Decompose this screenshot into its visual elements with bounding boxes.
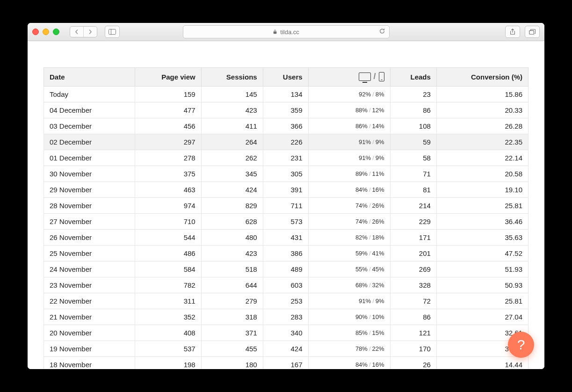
- col-leads[interactable]: Leads: [390, 68, 436, 87]
- cell-device-split: 68%/32%: [308, 277, 390, 293]
- forward-button[interactable]: [83, 27, 97, 37]
- cell-conversion: 19.10: [436, 181, 528, 197]
- cell-device-split: 89%/11%: [308, 166, 390, 181]
- cell-date: 01 December: [44, 150, 135, 166]
- cell-device-split: 91%/9%: [308, 150, 390, 166]
- col-date[interactable]: Date: [44, 68, 135, 87]
- table-row[interactable]: Today15914513492%/8%2315.86: [44, 86, 529, 102]
- table-row[interactable]: 01 December27826223191%/9%5822.14: [44, 150, 529, 166]
- cell-conversion: 35.63: [436, 229, 528, 245]
- table-row[interactable]: 23 November78264460368%/32%32850.93: [44, 277, 529, 293]
- cell-device-split: 84%/16%: [308, 181, 390, 197]
- cell-leads: 72: [390, 293, 436, 309]
- col-page-view[interactable]: Page view: [135, 68, 202, 87]
- cell-device-split: 92%/8%: [308, 86, 390, 102]
- cell-sessions: 264: [201, 134, 263, 150]
- table-row[interactable]: 02 December29726422691%/9%5922.35: [44, 134, 529, 150]
- cell-leads: 229: [390, 213, 436, 229]
- col-sessions[interactable]: Sessions: [201, 68, 263, 87]
- cell-conversion: 26.28: [436, 118, 528, 134]
- cell-leads: 58: [390, 150, 436, 166]
- close-window-button[interactable]: [32, 29, 39, 35]
- cell-leads: 328: [390, 277, 436, 293]
- cell-page-view: 456: [135, 118, 202, 134]
- cell-device-split: 78%/22%: [308, 341, 390, 356]
- cell-page-view: 974: [135, 197, 202, 213]
- col-conversion[interactable]: Conversion (%): [436, 68, 528, 87]
- show-tabs-button[interactable]: [525, 26, 540, 38]
- cell-users: 711: [263, 197, 308, 213]
- cell-leads: 269: [390, 261, 436, 277]
- table-row[interactable]: 21 November35231828390%/10%8627.04: [44, 309, 529, 325]
- chevron-left-icon: [74, 29, 79, 34]
- cell-page-view: 463: [135, 181, 202, 197]
- cell-page-view: 278: [135, 150, 202, 166]
- cell-conversion: 51.93: [436, 261, 528, 277]
- table-row[interactable]: 24 November58451848955%/45%26951.93: [44, 261, 529, 277]
- minimize-window-button[interactable]: [43, 29, 49, 35]
- cell-page-view: 198: [135, 356, 202, 369]
- address-bar[interactable]: tilda.cc: [183, 25, 390, 38]
- cell-device-split: 84%/16%: [308, 356, 390, 369]
- svg-rect-3: [529, 30, 534, 34]
- cell-date: 29 November: [44, 181, 135, 197]
- cell-leads: 86: [390, 102, 436, 118]
- cell-date: 03 December: [44, 118, 135, 134]
- table-row[interactable]: 26 November54448043182%/18%17135.63: [44, 229, 529, 245]
- reload-button[interactable]: [379, 28, 385, 36]
- cell-device-split: 55%/45%: [308, 261, 390, 277]
- cell-conversion: 27.04: [436, 309, 528, 325]
- cell-device-split: 85%/15%: [308, 325, 390, 341]
- show-sidebar-button[interactable]: [105, 26, 120, 38]
- col-device-split[interactable]: /: [308, 68, 390, 87]
- cell-sessions: 423: [201, 102, 263, 118]
- table-row[interactable]: 28 November97482971174%/26%21425.81: [44, 197, 529, 213]
- share-button[interactable]: [505, 26, 520, 38]
- cell-sessions: 644: [201, 277, 263, 293]
- table-row[interactable]: 22 November31127925391%/9%7225.81: [44, 293, 529, 309]
- svg-rect-2: [274, 31, 277, 34]
- table-row[interactable]: 25 November48642338659%/41%20147.52: [44, 245, 529, 261]
- cell-leads: 81: [390, 181, 436, 197]
- cell-device-split: 86%/14%: [308, 118, 390, 134]
- cell-device-split: 91%/9%: [308, 293, 390, 309]
- table-row[interactable]: 18 November19818016784%/16%2614.44: [44, 356, 529, 369]
- cell-date: 21 November: [44, 309, 135, 325]
- toolbar-right: [505, 26, 540, 38]
- cell-page-view: 710: [135, 213, 202, 229]
- cell-device-split: 74%/26%: [308, 213, 390, 229]
- col-users[interactable]: Users: [263, 68, 308, 87]
- cell-page-view: 311: [135, 293, 202, 309]
- cell-device-split: 82%/18%: [308, 229, 390, 245]
- fullscreen-window-button[interactable]: [53, 29, 59, 35]
- help-button[interactable]: ?: [508, 332, 534, 358]
- cell-conversion: 36.46: [436, 213, 528, 229]
- cell-conversion: 25.81: [436, 197, 528, 213]
- cell-sessions: 480: [201, 229, 263, 245]
- cell-leads: 121: [390, 325, 436, 341]
- table-row[interactable]: 29 November46342439184%/16%8119.10: [44, 181, 529, 197]
- cell-page-view: 297: [135, 134, 202, 150]
- cell-page-view: 537: [135, 341, 202, 356]
- table-row[interactable]: 30 November37534530589%/11%7120.58: [44, 166, 529, 181]
- reload-icon: [379, 28, 385, 35]
- table-row[interactable]: 04 December47742335988%/12%8620.33: [44, 102, 529, 118]
- cell-leads: 171: [390, 229, 436, 245]
- cell-date: 20 November: [44, 325, 135, 341]
- table-row[interactable]: 19 November53745542478%/22%17037.36: [44, 341, 529, 356]
- cell-leads: 23: [390, 86, 436, 102]
- cell-sessions: 318: [201, 309, 263, 325]
- cell-users: 253: [263, 293, 308, 309]
- back-button[interactable]: [70, 27, 83, 37]
- stats-table: Date Page view Sessions Users / Leads Co…: [43, 67, 529, 369]
- browser-window: tilda.cc +: [28, 23, 544, 369]
- cell-users: 603: [263, 277, 308, 293]
- table-row[interactable]: 20 November40837134085%/15%12132.61: [44, 325, 529, 341]
- cell-leads: 26: [390, 356, 436, 369]
- cell-conversion: 14.44: [436, 356, 528, 369]
- tabs-icon: [529, 29, 536, 35]
- cell-page-view: 408: [135, 325, 202, 341]
- cell-conversion: 50.93: [436, 277, 528, 293]
- table-row[interactable]: 03 December45641136686%/14%10826.28: [44, 118, 529, 134]
- table-row[interactable]: 27 November71062857374%/26%22936.46: [44, 213, 529, 229]
